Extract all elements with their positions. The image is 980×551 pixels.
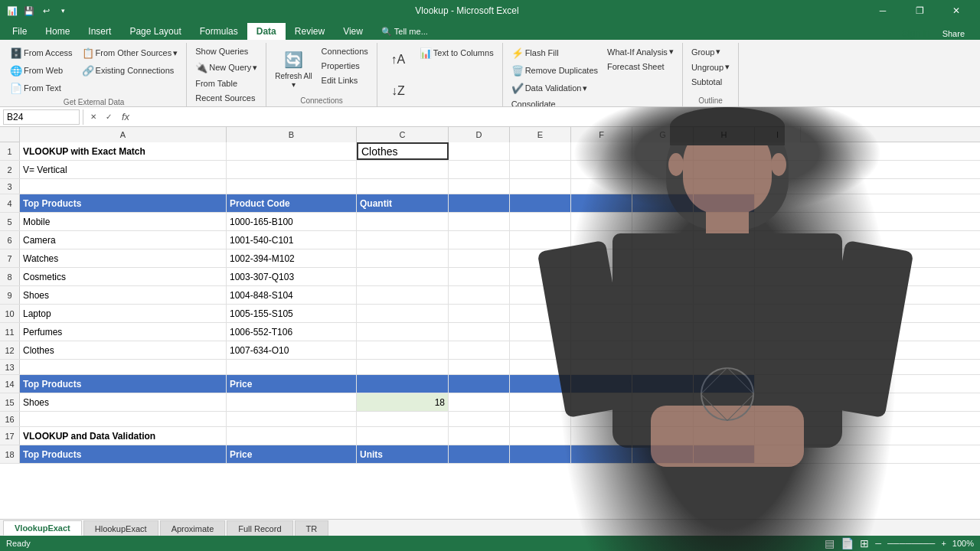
cell-b14[interactable]: Price [227,375,357,393]
new-query-button[interactable]: 🔌 New Query▾ [191,59,261,76]
view-page-layout-icon[interactable]: 📄 [841,537,854,549]
cell-a3[interactable] [20,179,227,194]
consolidate-button[interactable]: Consolidate [508,97,602,107]
cell-h3[interactable] [694,179,755,194]
cell-h7[interactable] [694,249,755,267]
cell-b9[interactable]: 1004-848-S104 [227,286,357,304]
cell-c9[interactable] [357,286,449,304]
cell-b5[interactable]: 1000-165-B100 [227,213,357,230]
col-header-a[interactable]: A [20,127,227,142]
cell-e4[interactable] [510,194,571,212]
cell-b8[interactable]: 1003-307-Q103 [227,268,357,285]
tab-tell-me[interactable]: 🔍 Tell me... [372,23,437,40]
cell-g8[interactable] [632,268,694,285]
cell-d17[interactable] [449,427,510,445]
cell-e3[interactable] [510,179,571,194]
sheet-tab-hlookup-exact[interactable]: HlookupExact [83,520,158,536]
tab-home[interactable]: Home [36,23,79,40]
cell-b12[interactable]: 1007-634-O10 [227,341,357,359]
formula-input[interactable] [136,109,977,125]
cell-d7[interactable] [449,249,510,267]
row-num-4[interactable]: 4 [0,194,20,212]
cell-d13[interactable] [449,360,510,374]
cell-f9[interactable] [571,286,632,304]
cell-h1[interactable] [694,142,755,160]
cell-e1[interactable] [510,142,571,160]
cell-f6[interactable] [571,231,632,249]
cell-f3[interactable] [571,179,632,194]
cell-b11[interactable]: 1006-552-T106 [227,323,357,341]
row-num-17[interactable]: 17 [0,427,20,445]
row-num-8[interactable]: 8 [0,268,20,285]
cell-d15[interactable] [449,393,510,411]
sort-desc-button[interactable]: ↓Z [382,76,414,106]
cell-e13[interactable] [510,360,571,374]
cell-f11[interactable] [571,323,632,341]
cell-d16[interactable] [449,412,510,426]
cell-b16[interactable] [227,412,357,426]
cell-d6[interactable] [449,231,510,249]
from-table-button[interactable]: From Table [191,77,261,90]
cell-b10[interactable]: 1005-155-S105 [227,305,357,322]
col-header-g[interactable]: G [632,127,694,142]
what-if-button[interactable]: What-If Analysis▾ [603,44,678,59]
cell-c4[interactable]: Quantit [357,194,449,212]
tab-review[interactable]: Review [286,23,334,40]
cell-b6[interactable]: 1001-540-C101 [227,231,357,249]
cell-a7[interactable]: Watches [20,249,227,267]
cell-c10[interactable] [357,305,449,322]
cell-a8[interactable]: Cosmetics [20,268,227,285]
cell-h18[interactable] [694,445,755,463]
row-num-14[interactable]: 14 [0,375,20,393]
cell-c6[interactable] [357,231,449,249]
cell-e12[interactable] [510,341,571,359]
col-header-b[interactable]: B [227,127,357,142]
cell-e6[interactable] [510,231,571,249]
undo-icon[interactable]: ↩ [40,5,52,17]
tab-page-layout[interactable]: Page Layout [120,23,190,40]
cell-a6[interactable]: Camera [20,231,227,249]
cell-g14[interactable] [632,375,694,393]
row-num-11[interactable]: 11 [0,323,20,341]
remove-duplicates-button[interactable]: 🗑️ Remove Duplicates [508,62,602,79]
text-to-columns-button[interactable]: 📊 Text to Columns [416,44,498,61]
cell-a1[interactable]: VLOOKUP with Exact Match [20,142,227,160]
cell-a15[interactable]: Shoes [20,393,227,411]
cell-a12[interactable]: Clothes [20,341,227,359]
row-num-18[interactable]: 18 [0,445,20,463]
cell-c14[interactable] [357,375,449,393]
cell-g2[interactable] [632,161,694,178]
from-other-sources-button[interactable]: 📋 From Other Sources▾ [78,44,182,61]
existing-connections-button[interactable]: 🔗 Existing Connections [78,62,182,79]
row-num-12[interactable]: 12 [0,341,20,359]
cell-c5[interactable] [357,213,449,230]
cell-e7[interactable] [510,249,571,267]
cell-f12[interactable] [571,341,632,359]
cell-b17[interactable] [227,427,357,445]
row-num-1[interactable]: 1 [0,142,20,160]
cell-h10[interactable] [694,305,755,322]
cell-d8[interactable] [449,268,510,285]
cell-c3[interactable] [357,179,449,194]
cell-g16[interactable] [632,412,694,426]
save-icon[interactable]: 💾 [23,5,35,17]
sheet-tab-aproximate[interactable]: Aproximate [160,520,226,536]
cell-g4[interactable] [632,194,694,212]
cell-f8[interactable] [571,268,632,285]
cell-f7[interactable] [571,249,632,267]
redo-icon[interactable]: ▾ [57,5,69,17]
cell-h4[interactable] [694,194,755,212]
edit-links-button[interactable]: Edit Links [318,73,372,87]
cell-e14[interactable] [510,375,571,393]
from-access-button[interactable]: 🗄️ From Access [6,44,77,61]
cell-d10[interactable] [449,305,510,322]
tab-formulas[interactable]: Formulas [191,23,247,40]
cell-e9[interactable] [510,286,571,304]
cell-g12[interactable] [632,341,694,359]
ungroup-button[interactable]: Ungroup▾ [688,60,733,74]
cell-b2[interactable] [227,161,357,178]
cell-e2[interactable] [510,161,571,178]
cell-d5[interactable] [449,213,510,230]
cell-d11[interactable] [449,323,510,341]
cell-b7[interactable]: 1002-394-M102 [227,249,357,267]
